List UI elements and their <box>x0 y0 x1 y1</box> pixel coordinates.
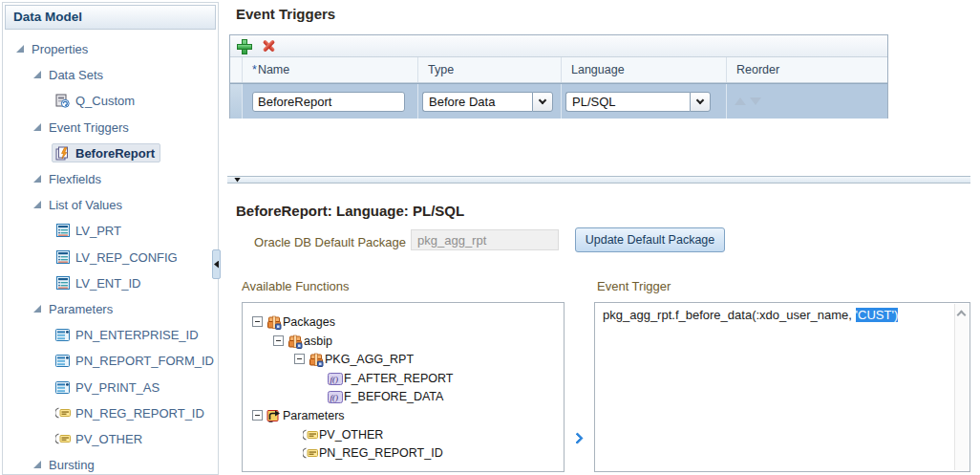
sidebar-title: Data Model <box>5 5 216 30</box>
tree-item-label: Parameters <box>283 409 345 422</box>
name-cell <box>242 84 417 119</box>
code-text: pkg_agg_rpt.f_before_data(:xdo_user_name… <box>603 308 856 322</box>
sidebar-item-list-of-values[interactable]: List of Values <box>33 195 122 214</box>
type-dropdown[interactable]: Before Data <box>422 92 553 112</box>
sidebar-item-properties[interactable]: Properties <box>16 39 88 58</box>
parameter-text-icon <box>54 431 71 446</box>
function-tree-item-pv-other[interactable]: PV_OTHER <box>243 427 564 443</box>
insert-function-button[interactable] <box>570 429 587 446</box>
language-dropdown[interactable]: PL/SQL <box>565 92 711 112</box>
sidebar-item-pn-report-form-id[interactable]: PN_REPORT_FORM_ID <box>54 351 214 370</box>
collapse-node-icon[interactable] <box>273 335 284 346</box>
language-cell: PL/SQL <box>561 84 726 119</box>
language-dropdown-value: PL/SQL <box>565 92 690 112</box>
tree-item-label: Bursting <box>49 458 95 472</box>
tree-item-label: Packages <box>283 315 335 329</box>
sidebar-item-bursting[interactable]: Bursting <box>33 455 95 474</box>
disclosure-triangle-icon <box>33 175 41 183</box>
function-tree-item-pn-reg-report-id[interactable]: PN_REG_REPORT_ID <box>243 445 564 462</box>
tree-item-label: Data Sets <box>49 68 103 82</box>
tree-item-label: LV_REP_CONFIG <box>75 250 178 265</box>
sidebar-item-event-triggers[interactable]: Event Triggers <box>33 118 129 137</box>
tree-item-label: F_AFTER_REPORT <box>344 372 453 385</box>
tree-item-label: PKG_AGG_RPT <box>325 353 414 366</box>
update-default-package-button[interactable]: Update Default Package <box>575 227 725 252</box>
type-column-header: Type <box>417 57 561 82</box>
sidebar-item-flexfields[interactable]: Flexfields <box>33 169 101 188</box>
selector-column-header <box>230 57 242 82</box>
chevron-down-icon <box>539 96 546 103</box>
available-functions-label: Available Functions <box>242 279 350 293</box>
list-of-values-icon <box>54 275 71 291</box>
data-model-editor-page: Data Model PropertiesData SetsQ_CustomEv… <box>0 0 980 475</box>
event-triggers-toolbar <box>230 35 887 57</box>
horizontal-splitter[interactable] <box>227 176 970 184</box>
event-trigger-label: Event Trigger <box>597 279 671 293</box>
tree-item-label: Parameters <box>49 302 113 316</box>
function-tree-item-pkg-agg-rpt[interactable]: PKG_AGG_RPT <box>243 352 564 368</box>
table-header-row: *Name Type Language Reorder <box>230 57 887 83</box>
parameter-menu-icon <box>54 353 71 368</box>
tree-item-label: PV_OTHER <box>319 428 383 442</box>
package-icon <box>287 334 303 349</box>
parameter-menu-icon <box>54 327 71 342</box>
tree-item-label: PV_PRINT_AS <box>75 380 160 395</box>
svg-text:f(): f() <box>330 374 338 383</box>
function-tree-item-asbip[interactable]: asbip <box>243 334 564 350</box>
data-model-tree: PropertiesData SetsQ_CustomEvent Trigger… <box>3 30 218 474</box>
disclosure-triangle-icon <box>33 201 41 208</box>
scroll-up-icon[interactable] <box>957 311 967 320</box>
delete-trigger-button[interactable] <box>262 39 276 53</box>
sidebar-item-beforereport[interactable]: BeforeReport <box>52 143 160 162</box>
trigger-detail-heading: BeforeReport: Language: PL/SQL <box>236 203 464 219</box>
sidebar-item-pn-enterprise-id[interactable]: PN_ENTERPRISE_ID <box>54 325 199 344</box>
type-dropdown-value: Before Data <box>422 92 532 112</box>
sidebar-item-data-sets[interactable]: Data Sets <box>33 65 103 84</box>
language-dropdown-button[interactable] <box>690 92 711 112</box>
row-selector-cell[interactable] <box>230 84 242 119</box>
sidebar-item-pv-other[interactable]: PV_OTHER <box>54 429 142 448</box>
code-line: pkg_agg_rpt.f_before_data(:xdo_user_name… <box>603 308 950 322</box>
triangle-down-icon <box>234 178 241 183</box>
collapse-node-icon[interactable] <box>252 410 263 421</box>
selected-code-text: 'CUST') <box>856 308 899 322</box>
list-of-values-icon <box>54 223 71 238</box>
type-dropdown-button[interactable] <box>532 92 553 112</box>
add-trigger-button[interactable] <box>237 39 250 53</box>
tree-item-label: List of Values <box>49 198 122 212</box>
splitter-collapse-button[interactable] <box>229 177 245 183</box>
parameter-text-icon <box>54 405 71 421</box>
function-tree-item-f-after-report[interactable]: f()F_AFTER_REPORT <box>243 371 564 387</box>
trigger-name-input[interactable] <box>252 92 405 112</box>
event-triggers-table: *Name Type Language Reorder Before Data … <box>229 34 888 119</box>
sidebar-collapse-handle[interactable] <box>212 249 221 279</box>
sidebar-item-lv-rep-config[interactable]: LV_REP_CONFIG <box>54 248 178 267</box>
event-trigger-code-editor[interactable]: pkg_agg_rpt.f_before_data(:xdo_user_name… <box>594 302 970 472</box>
disclosure-triangle-icon <box>33 305 41 313</box>
sidebar-item-pv-print-as[interactable]: PV_PRINT_AS <box>54 378 160 397</box>
collapse-node-icon[interactable] <box>252 316 263 327</box>
function-tree-item-packages[interactable]: Packages <box>243 314 564 331</box>
tree-item-label: PN_REG_REPORT_ID <box>75 406 204 421</box>
tree-item-label: Q_Custom <box>75 94 135 108</box>
chevron-down-icon <box>696 96 704 103</box>
reorder-column-header: Reorder <box>726 57 887 82</box>
required-marker: * <box>252 63 257 76</box>
move-up-button[interactable] <box>735 97 746 105</box>
parameter-text-icon <box>302 427 318 443</box>
function-tree-item-parameters[interactable]: Parameters <box>243 408 564 424</box>
sidebar-item-parameters[interactable]: Parameters <box>33 299 113 318</box>
tree-item-label: LV_PRT <box>75 224 121 238</box>
sidebar-item-q-custom[interactable]: Q_Custom <box>54 91 135 110</box>
function-tree-item-f-before-data[interactable]: f()F_BEFORE_DATA <box>243 389 564 405</box>
move-down-button[interactable] <box>750 97 761 105</box>
collapse-node-icon[interactable] <box>294 354 305 364</box>
editor-scrollbar[interactable] <box>954 304 969 470</box>
sidebar-item-pn-reg-report-id[interactable]: PN_REG_REPORT_ID <box>54 403 204 422</box>
default-package-input <box>411 229 559 250</box>
table-row[interactable]: Before Data PL/SQL <box>230 83 887 119</box>
sidebar-item-lv-prt[interactable]: LV_PRT <box>54 221 121 240</box>
sidebar-item-lv-ent-id[interactable]: LV_ENT_ID <box>54 273 140 292</box>
event-trigger-icon <box>54 145 71 161</box>
collapse-left-icon <box>214 261 219 269</box>
